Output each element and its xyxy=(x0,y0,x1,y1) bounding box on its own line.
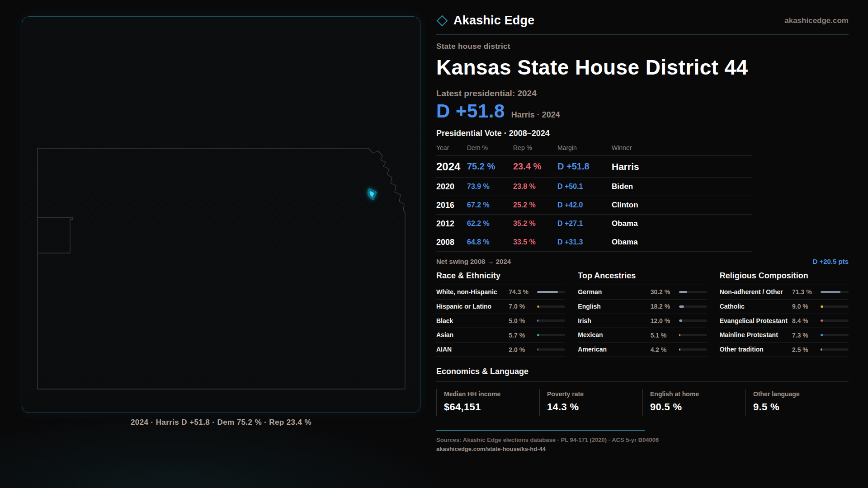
stat-row: Non-adherent / Other 71.3 % xyxy=(720,285,849,300)
vote-winner: Harris xyxy=(612,161,752,172)
col-winner: Winner xyxy=(612,144,752,151)
net-swing-label: Net swing 2008 → 2024 xyxy=(436,258,511,265)
vote-dem-pct: 67.2 % xyxy=(467,201,513,209)
stat-bar-fill xyxy=(537,334,539,336)
stat-bar xyxy=(679,319,707,322)
stat-label: Non-adherent / Other xyxy=(720,288,788,296)
vote-year: 2016 xyxy=(436,201,467,210)
vote-year: 2020 xyxy=(436,182,467,192)
net-swing-row: Net swing 2008 → 2024 D +20.5 pts xyxy=(436,252,849,270)
stat-row: English 18.2 % xyxy=(578,300,707,314)
stat-row: Hispanic or Latino 7.0 % xyxy=(436,300,565,314)
stat-bar xyxy=(821,291,849,293)
vote-rep-pct: 23.4 % xyxy=(513,161,557,172)
stat-value: 18.2 % xyxy=(651,303,675,310)
state-outline xyxy=(38,148,405,389)
stat-label: Asian xyxy=(436,331,505,339)
stat-bar xyxy=(679,334,707,336)
economic-stat: Poverty rate 14.3 % xyxy=(539,389,642,416)
eyebrow-label: State house district xyxy=(436,42,849,51)
vote-year: 2008 xyxy=(436,238,467,247)
brand-diamond-icon xyxy=(436,15,448,27)
district-card: Akashic Edge akashicedge.com State house… xyxy=(436,14,849,452)
stat-bar xyxy=(821,348,849,351)
vote-year: 2024 xyxy=(436,160,467,173)
latest-margin-sub: Harris · 2024 xyxy=(511,110,560,120)
page-title: Kansas State House District 44 xyxy=(436,55,849,80)
map-caption: 2024 · Harris D +51.8 · Dem 75.2 % · Rep… xyxy=(22,418,420,427)
vote-table: Year Dem % Rep % Margin Winner 2024 75.2… xyxy=(436,144,752,252)
vote-rep-pct: 35.2 % xyxy=(513,220,557,228)
vote-table-row: 2012 62.2 % 35.2 % D +27.1 Obama xyxy=(436,215,752,233)
map-panel xyxy=(22,16,420,413)
col-rep: Rep % xyxy=(513,144,557,151)
stat-bar xyxy=(537,305,565,308)
stat-label: Black xyxy=(436,317,505,325)
stat-label: Hispanic or Latino xyxy=(436,303,505,310)
stat-bar-fill xyxy=(537,348,538,351)
vote-dem-pct: 62.2 % xyxy=(467,220,513,228)
vote-table-body: 2024 75.2 % 23.4 % D +51.8 Harris 2020 7… xyxy=(436,156,752,252)
stat-label: Mexican xyxy=(578,331,646,339)
stat-bar-fill xyxy=(537,291,558,293)
economic-stat-label: Median HH income xyxy=(444,390,539,398)
stat-value: 12.0 % xyxy=(651,317,675,324)
stat-bar xyxy=(679,305,707,308)
stat-label: Evangelical Protestant xyxy=(720,317,788,325)
stat-bar-fill xyxy=(679,291,688,293)
vote-dem-pct: 64.8 % xyxy=(467,238,513,246)
district-44-highlight[interactable] xyxy=(368,189,376,199)
footer: Sources: Akashic Edge elections database… xyxy=(436,430,849,452)
vote-year: 2012 xyxy=(436,219,467,229)
stat-value: 4.2 % xyxy=(651,346,675,353)
stat-row: Mainline Protestant 7.3 % xyxy=(720,328,849,343)
economic-stat-label: Other language xyxy=(753,390,849,398)
section-top-ancestries: Top Ancestries German 30.2 % English 18.… xyxy=(578,271,707,357)
vote-dem-pct: 73.9 % xyxy=(467,183,513,191)
vote-winner: Biden xyxy=(612,182,752,191)
county-outline xyxy=(38,217,73,253)
net-swing-value: D +20.5 pts xyxy=(812,258,849,265)
vote-winner: Obama xyxy=(612,219,752,228)
stat-bar-fill xyxy=(821,348,822,351)
stat-label: Irish xyxy=(578,317,646,325)
stat-value: 5.7 % xyxy=(509,332,533,339)
stat-row: Other tradition 2.5 % xyxy=(720,343,849,357)
stat-row: Catholic 9.0 % xyxy=(720,300,849,314)
stat-value: 30.2 % xyxy=(651,288,675,296)
economic-stat-value: 9.5 % xyxy=(753,401,849,413)
stat-label: Mainline Protestant xyxy=(720,331,788,339)
stat-bar xyxy=(821,305,849,308)
stat-row: American 4.2 % xyxy=(578,343,707,357)
stat-bar xyxy=(537,334,565,336)
vote-rep-pct: 23.8 % xyxy=(513,183,557,191)
economic-stat: English at home 90.5 % xyxy=(642,389,745,416)
economics-title: Economics & Language xyxy=(436,367,849,382)
vote-winner: Obama xyxy=(612,238,752,247)
section-race-ethnicity: Race & Ethnicity White, non-Hispanic 74.… xyxy=(436,271,565,357)
vote-table-row: 2008 64.8 % 33.5 % D +31.3 Obama xyxy=(436,233,752,252)
stat-value: 7.0 % xyxy=(509,303,533,310)
stat-bar xyxy=(537,291,565,293)
economic-stat-label: Poverty rate xyxy=(547,390,642,398)
vote-margin: D +27.1 xyxy=(557,220,612,228)
stat-row: Irish 12.0 % xyxy=(578,314,707,328)
stat-bar-fill xyxy=(679,334,680,336)
col-year: Year xyxy=(436,144,467,151)
stat-row: White, non-Hispanic 74.3 % xyxy=(436,285,565,300)
economic-stat-value: $64,151 xyxy=(444,401,539,413)
stat-bar xyxy=(537,319,565,322)
brand-website-link[interactable]: akashicedge.com xyxy=(784,16,849,25)
permalink[interactable]: akashicedge.com/state-house/ks-hd-44 xyxy=(436,446,849,452)
stat-bar-fill xyxy=(821,305,823,308)
latest-presidential-label: Latest presidential: 2024 xyxy=(436,89,849,99)
footer-divider xyxy=(436,430,645,431)
stat-bar xyxy=(821,319,849,322)
stat-bar-fill xyxy=(821,291,840,293)
stat-row: AIAN 2.0 % xyxy=(436,343,565,357)
vote-margin: D +31.3 xyxy=(557,238,612,246)
stat-value: 9.0 % xyxy=(792,303,816,310)
stat-value: 2.0 % xyxy=(509,346,533,353)
stat-row: Black 5.0 % xyxy=(436,314,565,328)
stat-value: 5.0 % xyxy=(509,317,533,324)
